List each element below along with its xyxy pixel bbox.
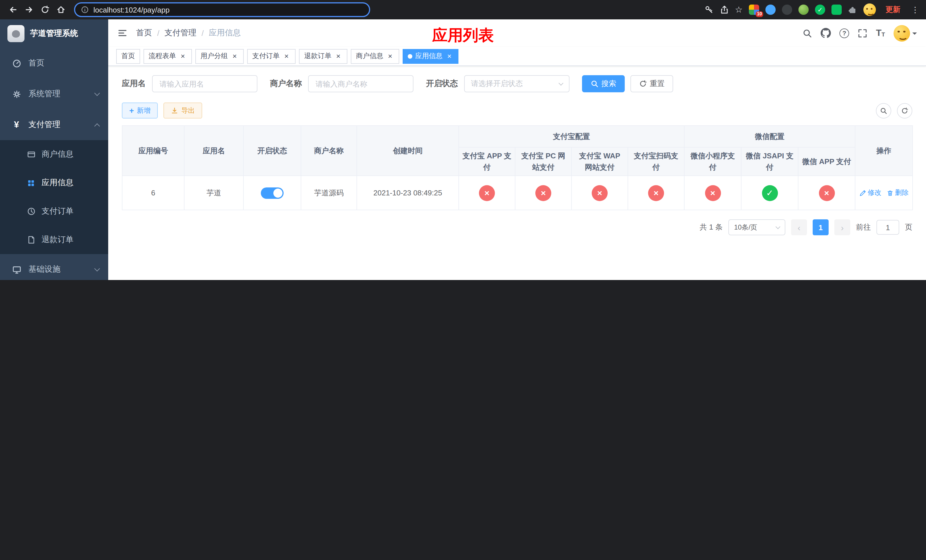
extension-dark-icon[interactable] — [782, 5, 792, 15]
app-logo[interactable]: 芋道管理系统 — [0, 20, 108, 48]
add-button-label: 新增 — [137, 106, 150, 115]
tab-process-form[interactable]: 流程表单 × — [144, 49, 192, 64]
search-button[interactable]: 搜索 — [582, 75, 625, 92]
sidebar-item-label: 系统管理 — [29, 89, 61, 99]
sidebar-item-merchant-info[interactable]: 商户信息 — [0, 140, 108, 169]
logo-image — [8, 25, 24, 42]
status-toggle[interactable] — [261, 187, 284, 198]
prev-page-button[interactable]: ‹ — [791, 219, 807, 235]
close-icon[interactable]: × — [179, 52, 187, 60]
site-info-icon[interactable] — [81, 6, 89, 14]
wechat-devtools-icon[interactable]: ✓ — [815, 5, 825, 15]
sidebar-item-infra[interactable]: 基础设施 — [0, 254, 108, 280]
col-create-time: 创建时间 — [357, 126, 459, 176]
pagination: 共 1 条 10条/页 ‹ 1 › 前往 页 — [122, 219, 912, 235]
chevron-down-icon — [776, 224, 781, 229]
chevron-up-icon — [94, 123, 100, 129]
sidebar-item-payment[interactable]: ¥ 支付管理 — [0, 109, 108, 140]
fullscreen-icon[interactable] — [858, 28, 867, 38]
sidebar-item-home[interactable]: 首页 — [0, 48, 108, 79]
bookmark-star-icon[interactable]: ☆ — [735, 5, 743, 15]
sidebar-item-app-info[interactable]: 应用信息 — [0, 169, 108, 197]
cell-status — [244, 176, 301, 210]
col-alipay-qr: 支付宝扫码支付 — [628, 147, 684, 176]
profile-avatar-icon[interactable] — [863, 3, 876, 16]
next-page-button[interactable]: › — [834, 219, 850, 235]
close-icon[interactable]: × — [231, 52, 239, 60]
order-clock-icon — [26, 206, 36, 216]
sidebar-collapse-icon[interactable] — [117, 28, 127, 38]
merchant-name-label: 商户名称 — [270, 79, 302, 89]
merchant-name-input[interactable] — [308, 75, 413, 92]
address-bar[interactable]: localhost:1024/pay/app — [74, 2, 370, 17]
add-button[interactable]: + 新增 — [122, 103, 158, 118]
col-wx-jsapi: 微信 JSAPI 支付 — [741, 147, 798, 176]
col-alipay-pc: 支付宝 PC 网站支付 — [515, 147, 572, 176]
alipay-app-disabled-icon: × — [479, 185, 495, 201]
sidebar-item-refund-order[interactable]: 退款订单 — [0, 226, 108, 254]
delete-link[interactable]: 删除 — [887, 188, 909, 198]
alipay-qr-disabled-icon: × — [648, 185, 664, 201]
refresh-table-button[interactable] — [897, 103, 912, 118]
extensions-puzzle-icon[interactable] — [848, 5, 857, 14]
goto-label: 前往 — [856, 222, 871, 232]
status-select[interactable]: 请选择开启状态 — [464, 75, 569, 92]
tab-home[interactable]: 首页 — [116, 49, 140, 64]
monitor-icon — [11, 264, 22, 275]
goto-page-input[interactable] — [876, 220, 899, 235]
tab-merchant-info[interactable]: 商户信息 × — [351, 49, 399, 64]
reset-button-label: 重置 — [650, 79, 664, 89]
status-label: 开启状态 — [426, 79, 458, 89]
edit-link[interactable]: 修改 — [859, 188, 881, 198]
cell-app-name: 芋道 — [184, 176, 244, 210]
export-button[interactable]: 导出 — [163, 103, 202, 118]
page-size-select[interactable]: 10条/页 — [728, 219, 785, 235]
chevron-down-icon — [94, 90, 100, 96]
password-key-icon[interactable] — [704, 5, 713, 14]
github-icon[interactable] — [821, 28, 831, 38]
close-icon[interactable]: × — [445, 52, 453, 60]
share-icon[interactable] — [720, 5, 729, 14]
breadcrumb: 首页 / 支付管理 / 应用信息 — [136, 28, 241, 38]
app-window: 芋道管理系统 首页 系统管理 ¥ 支付管理 — [0, 20, 926, 280]
tab-app-info[interactable]: 应用信息 × — [402, 49, 458, 64]
tab-pay-order[interactable]: 支付订单 × — [247, 49, 295, 64]
app-title: 芋道管理系统 — [30, 29, 78, 39]
breadcrumb-home[interactable]: 首页 — [136, 28, 152, 38]
browser-menu-kebab-icon[interactable]: ⋮ — [910, 5, 920, 14]
reset-button[interactable]: 重置 — [631, 75, 673, 92]
sidebar-item-system[interactable]: 系统管理 — [0, 79, 108, 109]
browser-back-icon[interactable] — [6, 2, 21, 17]
table-row: 6 芋道 芋道源码 2021-10-23 08:49:25 × × × × × … — [122, 176, 912, 210]
extension-blue-icon[interactable] — [766, 5, 776, 15]
breadcrumb-section[interactable]: 支付管理 — [165, 28, 197, 38]
edit-link-label: 修改 — [868, 188, 881, 198]
extension-green-icon[interactable] — [831, 5, 842, 15]
app-name-label: 应用名 — [122, 79, 146, 89]
browser-home-icon[interactable] — [53, 2, 68, 17]
browser-reload-icon[interactable] — [38, 2, 52, 17]
app-table: 应用编号 应用名 开启状态 商户名称 创建时间 支付宝配置 微信配置 操作 支付… — [122, 125, 913, 210]
browser-update-chip[interactable]: 更新 — [882, 3, 904, 16]
show-search-toggle-button[interactable] — [876, 103, 891, 118]
tags-view-bar: 首页 流程表单 × 用户分组 × 支付订单 × 退款订单 × — [108, 47, 926, 66]
close-icon[interactable]: × — [386, 52, 394, 60]
col-actions: 操作 — [855, 126, 912, 176]
tab-label: 退款订单 — [304, 51, 331, 61]
close-icon[interactable]: × — [283, 52, 291, 60]
app-name-input[interactable] — [152, 75, 257, 92]
search-icon[interactable] — [802, 28, 812, 38]
document-icon — [26, 235, 36, 245]
help-icon[interactable]: ? — [840, 28, 849, 38]
alipay-pc-disabled-icon: × — [535, 185, 551, 201]
user-menu[interactable] — [894, 25, 917, 41]
close-icon[interactable]: × — [334, 52, 342, 60]
tab-user-group[interactable]: 用户分组 × — [195, 49, 244, 64]
font-size-icon[interactable]: TT — [876, 29, 885, 38]
browser-forward-icon[interactable] — [22, 2, 36, 17]
sidebar-item-pay-order[interactable]: 支付订单 — [0, 197, 108, 226]
extension-avatar-icon[interactable] — [799, 5, 809, 15]
extension-grid-icon[interactable]: 10 — [749, 5, 759, 15]
tab-refund-order[interactable]: 退款订单 × — [299, 49, 347, 64]
page-1-button[interactable]: 1 — [813, 219, 829, 235]
